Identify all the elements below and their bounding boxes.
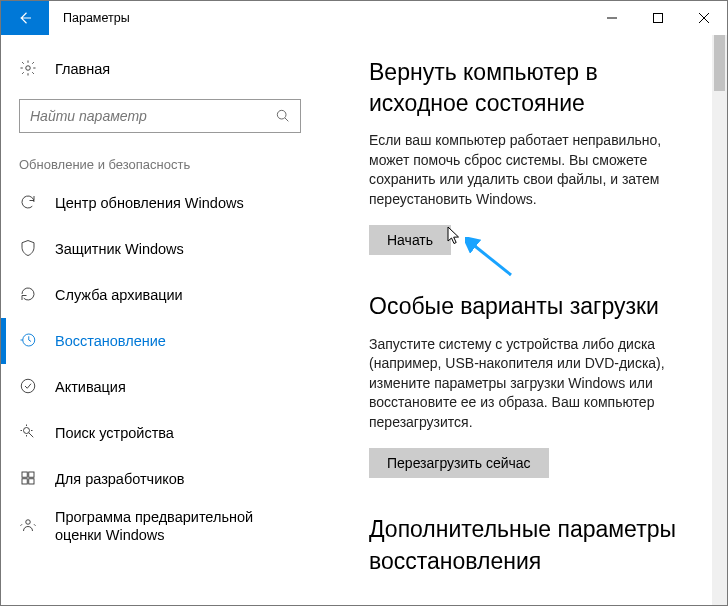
- selection-indicator: [1, 318, 6, 364]
- section-heading-advanced-startup: Особые варианты загрузки: [369, 291, 687, 322]
- sidebar-item-label: Служба архивации: [55, 286, 183, 304]
- minimize-button[interactable]: [589, 1, 635, 35]
- section-desc-advanced-startup: Запустите систему с устройства либо диск…: [369, 335, 687, 433]
- search-box[interactable]: [19, 99, 301, 133]
- section-desc-reset: Если ваш компьютер работает неправильно,…: [369, 131, 687, 209]
- location-icon: [19, 423, 37, 444]
- insider-icon: [19, 516, 37, 537]
- svg-point-10: [26, 519, 31, 524]
- dev-icon: [19, 469, 37, 490]
- section-heading-reset: Вернуть компьютер в исходное состояние: [369, 57, 687, 119]
- svg-rect-0: [654, 14, 663, 23]
- svg-rect-7: [29, 472, 34, 477]
- sidebar: Главная Обновление и безопасность Центр …: [1, 35, 319, 605]
- sidebar-item-backup[interactable]: Служба архивации: [1, 272, 319, 318]
- sidebar-item-recovery[interactable]: Восстановление: [1, 318, 319, 364]
- search-icon: [266, 108, 300, 124]
- svg-rect-9: [29, 478, 34, 483]
- sync-icon: [19, 193, 37, 214]
- home-label: Главная: [55, 61, 110, 77]
- check-circle-icon: [19, 377, 37, 398]
- search-input[interactable]: [20, 108, 266, 124]
- svg-point-1: [26, 65, 31, 70]
- scrollbar-thumb[interactable]: [714, 35, 725, 91]
- svg-rect-8: [22, 478, 27, 483]
- sidebar-item-label: Поиск устройства: [55, 424, 174, 442]
- svg-rect-6: [22, 472, 27, 477]
- sidebar-item-activation[interactable]: Активация: [1, 364, 319, 410]
- svg-point-4: [21, 379, 35, 393]
- main-content: Вернуть компьютер в исходное состояние Е…: [319, 35, 727, 605]
- sidebar-item-label: Программа предварительной оценки Windows: [55, 508, 301, 544]
- sidebar-item-defender[interactable]: Защитник Windows: [1, 226, 319, 272]
- sidebar-item-label: Для разработчиков: [55, 470, 185, 488]
- shield-icon: [19, 239, 37, 260]
- sidebar-item-label: Восстановление: [55, 332, 166, 350]
- restart-now-button[interactable]: Перезагрузить сейчас: [369, 448, 549, 478]
- sidebar-item-developers[interactable]: Для разработчиков: [1, 456, 319, 502]
- close-button[interactable]: [681, 1, 727, 35]
- window-title: Параметры: [49, 1, 130, 35]
- svg-point-5: [24, 427, 30, 433]
- sidebar-item-label: Центр обновления Windows: [55, 194, 244, 212]
- home-link[interactable]: Главная: [1, 49, 319, 89]
- svg-point-2: [277, 110, 286, 119]
- sidebar-item-windows-update[interactable]: Центр обновления Windows: [1, 180, 319, 226]
- gear-icon: [19, 59, 37, 80]
- sidebar-item-label: Защитник Windows: [55, 240, 184, 258]
- history-icon: [19, 331, 37, 352]
- sidebar-item-label: Активация: [55, 378, 126, 396]
- section-heading-more-options: Дополнительные параметры восстановления: [369, 514, 687, 576]
- maximize-button[interactable]: [635, 1, 681, 35]
- sidebar-item-find-device[interactable]: Поиск устройства: [1, 410, 319, 456]
- category-label: Обновление и безопасность: [1, 133, 319, 180]
- scrollbar[interactable]: [712, 35, 727, 605]
- titlebar: Параметры: [1, 1, 727, 35]
- sidebar-item-insider[interactable]: Программа предварительной оценки Windows: [1, 502, 319, 550]
- backup-icon: [19, 285, 37, 306]
- back-button[interactable]: [1, 1, 49, 35]
- reset-start-button[interactable]: Начать: [369, 225, 451, 255]
